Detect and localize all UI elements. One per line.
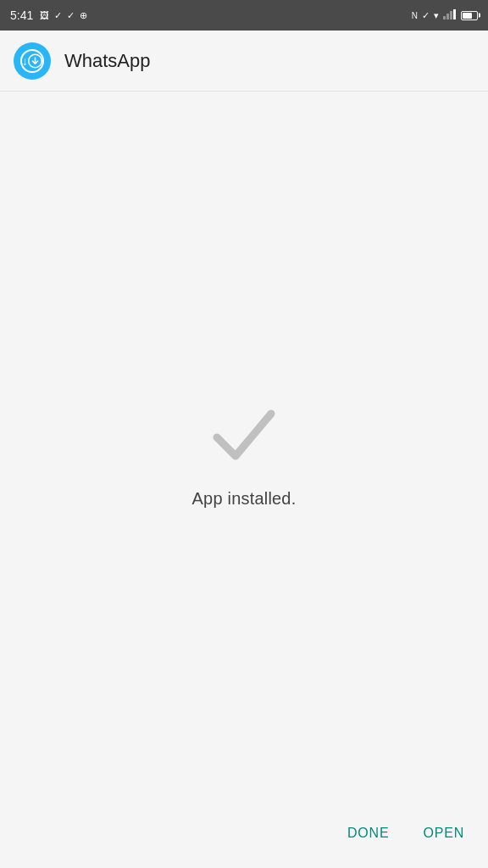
wifi-icon: ▾ [434, 10, 439, 21]
app-icon [14, 42, 51, 80]
nfc-icon: N [412, 11, 418, 20]
checkmark-container [210, 401, 278, 469]
open-button[interactable]: OPEN [419, 819, 468, 848]
signal-icon [443, 9, 457, 21]
status-time: 5:41 [10, 8, 33, 22]
photo-icon: 🖼 [40, 10, 49, 20]
bottom-buttons: DONE OPEN [344, 819, 468, 848]
app-bar-title: WhatsApp [64, 50, 151, 72]
shield-icon: ⊕ [80, 10, 87, 21]
main-content: App installed. DONE OPEN [0, 92, 488, 868]
svg-rect-3 [453, 9, 456, 19]
download-icon [28, 52, 42, 70]
battery-icon [461, 11, 478, 20]
app-icon-inner [20, 49, 44, 73]
bluetooth-icon: ✓ [422, 10, 430, 21]
app-bar: WhatsApp [0, 31, 488, 92]
svg-rect-0 [443, 16, 446, 19]
install-success-area: App installed. [192, 401, 297, 509]
status-bar: 5:41 🖼 ✓ ✓ ⊕ N ✓ ▾ [0, 0, 488, 31]
success-checkmark-icon [210, 405, 278, 465]
done-button[interactable]: DONE [344, 819, 392, 848]
installed-message: App installed. [192, 489, 297, 509]
status-bar-left: 5:41 🖼 ✓ ✓ ⊕ [10, 8, 87, 22]
check-icon: ✓ [54, 10, 62, 21]
status-bar-right: N ✓ ▾ [412, 9, 478, 21]
status-icons-left: 🖼 ✓ ✓ ⊕ [40, 10, 87, 21]
svg-rect-1 [446, 14, 449, 19]
svg-rect-2 [450, 11, 452, 19]
double-check-icon: ✓ [67, 10, 75, 21]
